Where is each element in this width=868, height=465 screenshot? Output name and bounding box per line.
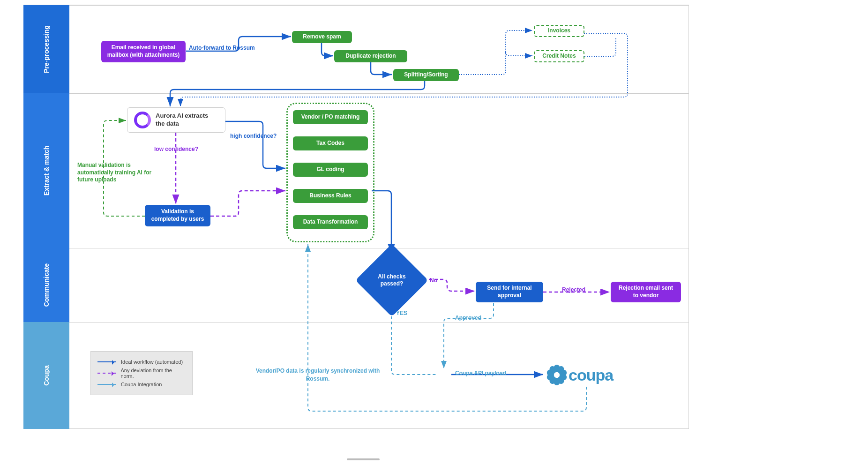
legend-deviation: Any deviation from the norm. xyxy=(97,368,186,379)
workflow-diagram: Pre-processing Extract & match Communica… xyxy=(23,5,689,429)
all-checks-decision: All checks passed? xyxy=(366,255,418,306)
validation-node: Validation is completed by users xyxy=(145,205,210,226)
lane-preprocessing-label: Pre-processing xyxy=(23,5,69,93)
approved-label: Approved xyxy=(455,315,481,321)
invoices-node: Invoices xyxy=(534,25,584,37)
send-approval-node: Send for internal approval xyxy=(476,282,543,302)
api-payload-label: Coupa API payload xyxy=(455,370,506,376)
legend-ideal: Ideal workflow (automated) xyxy=(97,359,186,365)
coupa-flower-icon xyxy=(547,365,567,385)
coupa-logo: coupa xyxy=(547,365,613,385)
low-confidence-label: low confidence? xyxy=(154,146,198,152)
lane-extract-label: Extract & match xyxy=(23,93,69,248)
rejection-email-node: Rejection email sent to vendor xyxy=(611,282,681,302)
aurora-icon xyxy=(134,112,151,128)
business-rules-node: Business Rules xyxy=(293,189,368,203)
duplicate-rejection-node: Duplicate rejection xyxy=(334,50,407,62)
credit-notes-node: Credit Notes xyxy=(534,50,584,62)
arrow-icon xyxy=(97,373,116,374)
vendor-po-node: Vendor / PO matching xyxy=(293,110,368,124)
lane-coupa-label: Coupa xyxy=(23,322,69,429)
arrow-icon xyxy=(97,384,116,385)
aurora-ai-node: Aurora AI extracts the data xyxy=(127,107,225,133)
splitting-sorting-node: Splitting/Sorting xyxy=(393,69,459,81)
sync-note-label: Vendor/PO data is regularly synchronized… xyxy=(254,367,381,383)
manual-train-label: Manual validation is automatically train… xyxy=(77,162,157,184)
tax-codes-node: Tax Codes xyxy=(293,136,368,150)
data-transform-node: Data Transformation xyxy=(293,215,368,229)
legend: Ideal workflow (automated) Any deviation… xyxy=(90,351,193,395)
gl-coding-node: GL coding xyxy=(293,163,368,177)
drag-handle[interactable] xyxy=(347,458,380,460)
no-label: No xyxy=(430,277,437,284)
yes-label: YES xyxy=(396,310,407,316)
lane-communicate-label: Communicate xyxy=(23,248,69,322)
rejected-label: Rejected xyxy=(562,286,585,293)
high-confidence-label: high confidence? xyxy=(230,133,277,139)
legend-coupa: Coupa Integration xyxy=(97,382,186,387)
auto-forward-label: Auto-forward to Rossum xyxy=(189,45,255,51)
email-received-node: Email received in global mailbox (with a… xyxy=(101,41,186,62)
arrow-icon xyxy=(97,361,116,362)
remove-spam-node: Remove spam xyxy=(292,31,352,43)
